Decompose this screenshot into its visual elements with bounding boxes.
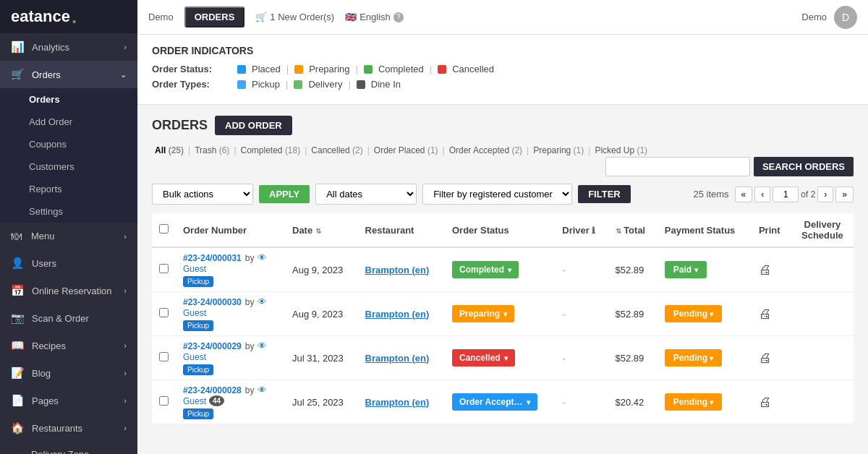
sidebar-sub-item-coupons[interactable]: Coupons xyxy=(0,133,137,155)
order-status-button[interactable]: Preparing ▾ xyxy=(452,305,514,322)
sidebar-item-delivery-zone[interactable]: 🌐 Delivery Zone Manager › xyxy=(0,442,137,454)
row-checkbox[interactable] xyxy=(159,396,169,406)
th-total[interactable]: ⇅ Total xyxy=(608,213,658,247)
order-status-button[interactable]: Completed ▾ xyxy=(452,261,519,278)
row-checkbox[interactable] xyxy=(159,308,169,317)
view-icon[interactable]: 👁 xyxy=(258,385,267,395)
payment-status-button[interactable]: Paid ▾ xyxy=(665,261,707,278)
view-icon[interactable]: 👁 xyxy=(258,296,267,307)
restaurant-link[interactable]: Brampton (en) xyxy=(365,309,430,320)
customer-filter-select[interactable]: Filter by registered customer xyxy=(422,184,572,205)
new-orders-count[interactable]: 1 New Order(s) xyxy=(270,12,334,22)
pagination: « ‹ of 2 › » xyxy=(735,187,854,202)
sidebar-sub-item-settings[interactable]: Settings xyxy=(0,200,137,223)
sidebar-item-users[interactable]: 👤 Users xyxy=(0,249,137,277)
order-status-label: Order Status: xyxy=(152,64,231,74)
filter-tab-picked-up[interactable]: Picked Up (1) xyxy=(592,144,650,157)
filter-tab-order-accepted[interactable]: Order Accepted (2) xyxy=(446,144,525,157)
payment-status-button[interactable]: Pending ▾ xyxy=(665,305,723,322)
order-num-link[interactable]: #23-24/000028 xyxy=(183,385,242,395)
order-num-link[interactable]: #23-24/000030 xyxy=(183,297,242,307)
avatar: D xyxy=(834,6,857,29)
sidebar-item-online-reservation[interactable]: 📅 Online Reservation › xyxy=(0,277,137,304)
order-num-link[interactable]: #23-24/000031 xyxy=(183,253,242,263)
sidebar-sub-item-customers[interactable]: Customers xyxy=(0,155,137,178)
apply-button[interactable]: APPLY xyxy=(259,185,310,203)
print-icon[interactable]: 🖨 xyxy=(759,262,772,277)
sidebar-sub-item-reports[interactable]: Reports xyxy=(0,178,137,200)
pagination-last[interactable]: » xyxy=(835,187,854,202)
search-orders-button[interactable]: SEARCH ORDERS xyxy=(754,157,854,176)
filter-tab-all[interactable]: All (25) xyxy=(152,144,187,157)
page-number-input[interactable] xyxy=(773,187,799,202)
search-input[interactable] xyxy=(605,157,750,176)
total-cell: $52.89 xyxy=(608,292,658,336)
order-status-cell: Order Accept… ▾ xyxy=(445,380,555,424)
order-status-button[interactable]: Order Accept… ▾ xyxy=(452,393,537,411)
customer-link[interactable]: Guest xyxy=(183,352,206,362)
dates-select[interactable]: All dates xyxy=(315,184,417,205)
logo-dot: . xyxy=(72,7,77,26)
reservation-icon: 📅 xyxy=(11,284,25,297)
restaurant-link[interactable]: Brampton (en) xyxy=(365,397,430,408)
pagination-prev[interactable]: ‹ xyxy=(754,187,770,202)
filter-button[interactable]: FILTER xyxy=(578,185,631,203)
date-cell: Jul 25, 2023 xyxy=(285,380,358,424)
filter-tab-completed[interactable]: Completed (18) xyxy=(238,144,304,157)
th-date[interactable]: Date ⇅ xyxy=(285,213,358,247)
print-icon[interactable]: 🖨 xyxy=(759,395,772,409)
view-icon[interactable]: 👁 xyxy=(258,252,267,263)
sidebar-item-analytics[interactable]: 📊 Analytics › xyxy=(0,33,137,61)
th-order-number: Order Number xyxy=(176,213,285,247)
print-icon[interactable]: 🖨 xyxy=(759,351,772,365)
sidebar-item-label: Menu xyxy=(31,231,55,241)
select-all-checkbox[interactable] xyxy=(159,224,169,234)
restaurant-link[interactable]: Brampton (en) xyxy=(365,353,430,364)
filter-tab-trash[interactable]: Trash (6) xyxy=(192,144,232,157)
topbar-orders-button[interactable]: ORDERS xyxy=(184,7,245,27)
payment-status-cell: Pending ▾ xyxy=(658,336,752,380)
customer-link[interactable]: Guest xyxy=(183,264,206,274)
order-status-cell: Preparing ▾ xyxy=(445,292,555,336)
add-order-button[interactable]: ADD ORDER xyxy=(215,116,292,135)
sidebar-item-restaurants[interactable]: 🏠 Restaurants › xyxy=(0,414,137,442)
bulk-actions-select[interactable]: Bulk actions xyxy=(152,184,253,205)
delivery-dot xyxy=(294,80,302,89)
payment-status-button[interactable]: Pending ▾ xyxy=(665,393,723,411)
sidebar-item-orders[interactable]: 🛒 Orders ⌄ xyxy=(0,61,137,88)
order-status-cell: Completed ▾ xyxy=(445,247,555,292)
pagination-first[interactable]: « xyxy=(735,187,753,202)
preparing-label: Preparing xyxy=(309,64,349,74)
cancelled-label: Cancelled xyxy=(452,64,494,74)
preparing-dot xyxy=(294,65,303,74)
row-checkbox[interactable] xyxy=(159,352,169,361)
row-checkbox[interactable] xyxy=(159,264,169,273)
customer-link[interactable]: Guest xyxy=(183,396,206,406)
restaurant-cell: Brampton (en) xyxy=(358,247,445,292)
sidebar-sub-item-add-order[interactable]: Add Order xyxy=(0,111,137,133)
print-icon[interactable]: 🖨 xyxy=(759,307,772,321)
filter-tab-cancelled[interactable]: Cancelled (2) xyxy=(308,144,365,157)
view-icon[interactable]: 👁 xyxy=(258,340,267,351)
order-num-link[interactable]: #23-24/000029 xyxy=(183,341,242,351)
sidebar-item-menu[interactable]: 🍽 Menu › xyxy=(0,223,137,249)
payment-status-button[interactable]: Pending ▾ xyxy=(665,349,723,367)
sidebar-item-recipes[interactable]: 📖 Recipes › xyxy=(0,332,137,359)
filter-tab-preparing[interactable]: Preparing (1) xyxy=(530,144,587,157)
sidebar-item-blog[interactable]: 📝 Blog › xyxy=(0,359,137,387)
total-cell: $52.89 xyxy=(608,247,658,292)
by-label: by xyxy=(245,253,255,263)
main-content: Demo ORDERS 🛒 1 New Order(s) 🇬🇧 English … xyxy=(137,0,868,454)
sidebar-item-pages[interactable]: 📄 Pages › xyxy=(0,387,137,414)
topbar-language[interactable]: 🇬🇧 English ? xyxy=(345,12,404,22)
sidebar-sub-item-orders[interactable]: Orders xyxy=(0,88,137,111)
restaurant-link[interactable]: Brampton (en) xyxy=(365,265,430,275)
filter-tab-order-placed[interactable]: Order Placed (1) xyxy=(371,144,441,157)
help-icon: ? xyxy=(393,12,404,22)
sidebar-item-label: Scan & Order xyxy=(32,313,89,324)
pagination-next[interactable]: › xyxy=(817,187,833,202)
order-status-button[interactable]: Cancelled ▾ xyxy=(452,349,515,367)
sidebar-item-scan-order[interactable]: 📷 Scan & Order xyxy=(0,304,137,332)
payment-status-cell: Pending ▾ xyxy=(658,292,752,336)
customer-link[interactable]: Guest xyxy=(183,308,206,318)
